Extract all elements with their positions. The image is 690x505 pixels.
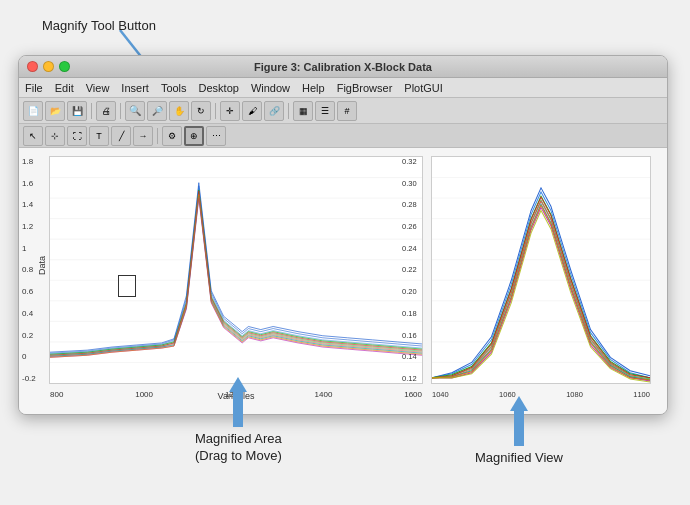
toolbar-sep1 [91,103,92,119]
menu-insert[interactable]: Insert [121,82,149,94]
grid-button[interactable]: # [337,101,357,121]
arrow-draw-button[interactable]: → [133,126,153,146]
window-title: Figure 3: Calibration X-Block Data [254,61,432,73]
datacursor-button[interactable]: ✛ [220,101,240,121]
label-tool-button[interactable]: T [89,126,109,146]
arrow-tool-button[interactable]: ↖ [23,126,43,146]
menubar: File Edit View Insert Tools Desktop Wind… [19,78,667,98]
line-tool-button[interactable]: ╱ [111,126,131,146]
extra-button[interactable]: ⋯ [206,126,226,146]
magnified-area-arrow-shaft [233,392,243,427]
magnified-view-annotation: Magnified View [475,396,563,465]
magnified-view-label-text: Magnified View [475,450,563,465]
menu-help[interactable]: Help [302,82,325,94]
magnified-area-arrowhead [229,377,247,392]
menu-desktop[interactable]: Desktop [199,82,239,94]
zoom-out-button[interactable]: 🔎 [147,101,167,121]
rotate-button[interactable]: ↻ [191,101,211,121]
magnified-view-arrowhead [510,396,528,411]
zoom-in-button[interactable]: 🔍 [125,101,145,121]
menu-window[interactable]: Window [251,82,290,94]
close-button[interactable] [27,61,38,72]
titlebar-buttons [27,61,70,72]
brush-button[interactable]: 🖌 [242,101,262,121]
colorbar-button[interactable]: ▦ [293,101,313,121]
toolbar-row2: ↖ ⊹ ⛶ T ╱ → ⚙ ⊕ ⋯ [19,124,667,148]
magnify-tool-button[interactable]: ⊕ [184,126,204,146]
magnified-area-arrow [229,377,247,427]
right-plot: 0.320.300.280.260.24 0.220.200.180.160.1… [431,156,651,384]
toolbar-sep3 [215,103,216,119]
right-plot-y-ticks: 0.320.300.280.260.24 0.220.200.180.160.1… [402,157,417,383]
new-figure-button[interactable]: 📄 [23,101,43,121]
print-button[interactable]: 🖨 [96,101,116,121]
select-tool-button[interactable]: ⊹ [45,126,65,146]
menu-tools[interactable]: Tools [161,82,187,94]
magnified-view-arrow-shaft [514,411,524,446]
left-plot: Data Variables 1.81.61.41.21 0.80.60.40.… [49,156,423,384]
titlebar: Figure 3: Calibration X-Block Data [19,56,667,78]
magnified-area-label: Magnified Area (Drag to Move) [195,431,282,465]
right-plot-svg [432,157,650,383]
magnified-area-annotation: Magnified Area (Drag to Move) [195,377,282,465]
menu-figbrowser[interactable]: FigBrowser [337,82,393,94]
magnified-view-arrow [510,396,528,446]
open-button[interactable]: 📂 [45,101,65,121]
plot-area: Data Variables 1.81.61.41.21 0.80.60.40.… [19,148,667,414]
toolbar-sep4 [288,103,289,119]
minimize-button[interactable] [43,61,54,72]
maximize-button[interactable] [59,61,70,72]
settings-button[interactable]: ⚙ [162,126,182,146]
menu-edit[interactable]: Edit [55,82,74,94]
link-button[interactable]: 🔗 [264,101,284,121]
magnified-view-label: Magnified View [475,450,563,465]
magnified-area-label-line2: (Drag to Move) [195,448,282,465]
pan-button[interactable]: ✋ [169,101,189,121]
toolbar-sep2 [120,103,121,119]
menu-plotgui[interactable]: PlotGUI [404,82,443,94]
zoom-tool-button[interactable]: ⛶ [67,126,87,146]
menu-file[interactable]: File [25,82,43,94]
toolbar-row1: 📄 📂 💾 🖨 🔍 🔎 ✋ ↻ ✛ 🖌 🔗 ▦ ☰ # [19,98,667,124]
left-plot-svg [50,157,422,383]
legend-button[interactable]: ☰ [315,101,335,121]
menu-view[interactable]: View [86,82,110,94]
magnified-area-label-line1: Magnified Area [195,431,282,448]
matlab-figure-window: Figure 3: Calibration X-Block Data File … [18,55,668,415]
toolbar2-sep1 [157,128,158,144]
left-plot-y-ticks: 1.81.61.41.21 0.80.60.40.20-0.2 [22,157,36,383]
left-plot-y-label: Data [37,256,47,275]
save-button[interactable]: 💾 [67,101,87,121]
